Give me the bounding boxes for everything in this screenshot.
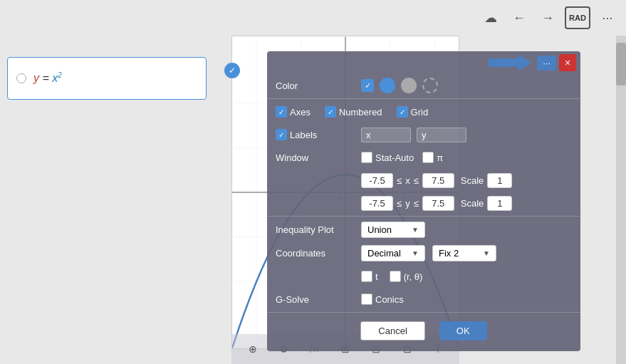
color-check-icon[interactable]: ✓ <box>361 79 374 92</box>
color-blue[interactable] <box>380 78 395 93</box>
coordinates-row: Coordinates Decimal ▼ Fix 2 ▼ <box>267 241 580 265</box>
y-min-input[interactable] <box>361 196 393 211</box>
more-icon[interactable]: ··· <box>596 6 619 29</box>
conics-checkbox[interactable] <box>361 293 372 305</box>
fix-arrow-icon: ▼ <box>483 249 490 257</box>
t-checkbox[interactable] <box>361 271 372 282</box>
arrow-icon <box>489 53 531 73</box>
var-y: y <box>33 73 39 85</box>
x-scale-label: Scale <box>461 175 484 186</box>
axes-label: Axes <box>290 107 311 118</box>
color-dotted[interactable] <box>422 78 438 93</box>
r-theta-checkbox-wrapper: (r, θ) <box>390 271 423 282</box>
labels-checkbox-wrapper: ✓ Labels <box>276 129 361 140</box>
grid-label: Grid <box>411 107 429 118</box>
t-label: t <box>375 271 378 282</box>
ok-button[interactable]: OK <box>439 321 487 340</box>
rad-button[interactable]: RAD <box>565 6 590 29</box>
color-options: ✓ <box>361 78 572 93</box>
expression-text: y = x2 <box>33 71 62 85</box>
stat-auto-checkbox[interactable] <box>361 152 372 163</box>
dialog-header: ··· × <box>267 51 580 74</box>
y-range-row: ≤ y ≤ Scale <box>267 192 580 214</box>
color-gray[interactable] <box>401 78 417 93</box>
inequality-dropdown[interactable]: Union ▼ <box>361 222 425 238</box>
dialog-more-button[interactable]: ··· <box>537 56 556 71</box>
window-row: Window Stat-Auto π <box>267 146 580 169</box>
eq-sign: = <box>39 73 52 85</box>
exponent: 2 <box>58 71 62 79</box>
dialog-close-button[interactable]: × <box>559 54 576 71</box>
y-leq1: ≤ <box>397 198 402 209</box>
window-label: Window <box>276 152 361 163</box>
scrollbar-thumb[interactable] <box>616 43 626 85</box>
grid-checkbox-wrapper: ✓ Grid <box>397 106 429 118</box>
back-icon[interactable]: ← <box>508 6 531 29</box>
expression-card: y = x2 <box>7 57 207 100</box>
dialog-footer: Cancel OK <box>267 314 580 344</box>
pi-checkbox[interactable] <box>422 152 434 163</box>
scrollbar[interactable] <box>616 36 626 364</box>
x-label-input[interactable] <box>361 128 411 142</box>
fix-value: Fix 2 <box>439 248 459 259</box>
x-range-row: ≤ x ≤ Scale <box>267 169 580 192</box>
cloud-icon[interactable]: ☁ <box>479 6 502 29</box>
numbered-checkbox-wrapper: ✓ Numbered <box>325 106 382 118</box>
coordinates-arrow-icon: ▼ <box>412 249 419 257</box>
grid-checkbox[interactable]: ✓ <box>397 106 408 118</box>
divider-3 <box>267 312 580 313</box>
y-leq2: ≤ <box>414 198 419 209</box>
y-max-input[interactable] <box>422 196 454 211</box>
numbered-checkbox[interactable]: ✓ <box>325 106 336 118</box>
labels-label: Labels <box>290 130 317 140</box>
y-scale-input[interactable] <box>487 196 512 211</box>
y-range-content: ≤ y ≤ Scale <box>361 196 572 211</box>
x-range-content: ≤ x ≤ Scale <box>361 173 572 188</box>
stat-auto-label: Stat-Auto <box>375 152 414 163</box>
inequality-label: Inequality Plot <box>276 224 361 235</box>
inequality-arrow-icon: ▼ <box>412 226 419 234</box>
svg-marker-15 <box>489 54 531 71</box>
g-solve-content: Conics <box>361 293 572 305</box>
labels-row: ✓ Labels <box>267 123 580 146</box>
axes-checkbox-wrapper: ✓ Axes <box>276 106 311 118</box>
x-var: x <box>405 175 410 186</box>
y-var: y <box>405 198 410 209</box>
coordinates-content: Decimal ▼ Fix 2 ▼ <box>361 245 572 261</box>
y-label-input[interactable] <box>417 128 466 142</box>
numbered-label: Numbered <box>339 107 382 118</box>
g-solve-label: G-Solve <box>276 294 361 305</box>
cancel-button[interactable]: Cancel <box>360 321 424 340</box>
conics-label: Conics <box>375 294 404 305</box>
r-theta-checkbox[interactable] <box>390 271 401 282</box>
settings-dialog: ··· × Color ✓ ✓ Axes ✓ Numbered ✓ Grid <box>267 51 580 351</box>
fix-dropdown[interactable]: Fix 2 ▼ <box>432 245 496 261</box>
inequality-value: Union <box>367 224 392 235</box>
g-solve-row: G-Solve Conics <box>267 288 580 311</box>
forward-icon[interactable]: → <box>536 6 559 29</box>
check-circle[interactable]: ✓ <box>224 63 240 78</box>
color-row: Color ✓ <box>267 74 580 97</box>
x-leq2: ≤ <box>414 175 419 186</box>
t-checkbox-wrapper: t <box>361 271 378 282</box>
axes-checkbox[interactable]: ✓ <box>276 106 287 118</box>
y-scale-label: Scale <box>461 198 484 209</box>
stat-auto-wrapper: Stat-Auto <box>361 152 414 163</box>
crosshair-icon[interactable]: ⊕ <box>243 339 263 359</box>
expression-dot <box>16 73 26 83</box>
r-theta-label: (r, θ) <box>404 271 423 282</box>
x-leq1: ≤ <box>397 175 402 186</box>
inequality-content: Union ▼ <box>361 222 572 238</box>
labels-checkbox[interactable]: ✓ <box>276 129 287 140</box>
x-max-input[interactable] <box>422 173 454 188</box>
divider-2 <box>267 216 580 217</box>
inequality-row: Inequality Plot Union ▼ <box>267 218 580 241</box>
color-label: Color <box>276 80 361 91</box>
x-scale-input[interactable] <box>487 173 512 188</box>
coordinates-dropdown[interactable]: Decimal ▼ <box>361 245 425 261</box>
top-toolbar: ☁ ← → RAD ··· <box>0 0 626 36</box>
divider-1 <box>267 98 580 99</box>
conics-checkbox-wrapper: Conics <box>361 293 404 305</box>
x-min-input[interactable] <box>361 173 393 188</box>
axes-content: ✓ Axes ✓ Numbered ✓ Grid <box>276 106 572 118</box>
